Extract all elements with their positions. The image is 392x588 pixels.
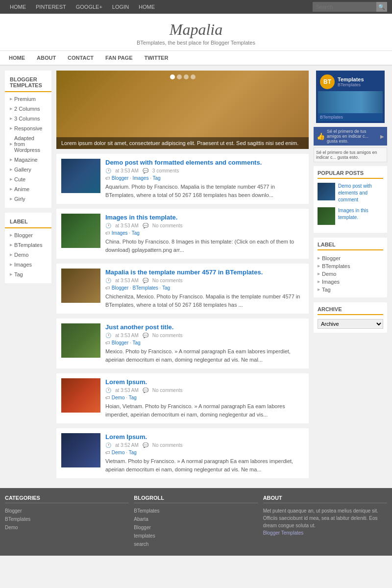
post-thumbnail-4	[61, 323, 100, 358]
right-label-demo[interactable]: Demo	[318, 271, 383, 277]
post-tag-tag-6[interactable]: Tag	[129, 450, 137, 455]
footer-blogroll-btemplates[interactable]: BTemplates	[134, 508, 159, 514]
post-tag-images-2[interactable]: Images	[112, 230, 128, 236]
archive-select[interactable]: Archive	[318, 319, 383, 329]
post-excerpt-2: China. Photo by Francisco. 8 Images in t…	[105, 238, 304, 254]
post-content-2: Images in this template. 🕐 at 3:53 AM 💬 …	[105, 214, 304, 254]
like-thumbs-icon: 👍	[317, 132, 325, 140]
bt-titles: Templates BTemplates	[338, 76, 364, 87]
post-title-1[interactable]: Demo post with formatted elements and co…	[105, 159, 304, 166]
post-thumbnail-2	[61, 214, 100, 248]
footer-blogroll-blogger[interactable]: Blogger	[134, 525, 150, 530]
post-time-5: at 3:53 AM	[115, 388, 139, 393]
search-input[interactable]	[313, 2, 376, 12]
post-tag-demo-5[interactable]: Demo	[112, 395, 125, 400]
post-tag-tag-3[interactable]: Tag	[162, 285, 170, 291]
sidebar-item-responsive[interactable]: Responsive	[5, 124, 51, 132]
post-comments-2: No comments	[152, 223, 183, 228]
post-content-5: Lorem Ipsum. 🕐 at 3:53 AM 💬 No comments …	[105, 378, 304, 418]
topnav-login[interactable]: LOGIN	[107, 0, 134, 14]
footer-about-link[interactable]: Blogger Templates	[263, 530, 304, 536]
footer-cat-btemplates[interactable]: BTemplates	[5, 516, 30, 522]
topnav-google[interactable]: GOOGLE+	[71, 0, 107, 14]
post-tag-blogger-1[interactable]: Blogger	[112, 175, 128, 181]
post-meta-3: 🕐 at 3:53 AM 💬 No comments	[105, 278, 304, 283]
hero-dots	[170, 74, 196, 79]
mainnav-twitter[interactable]: TWITTER	[139, 51, 174, 65]
post-tag-blogger-3[interactable]: Blogger	[112, 285, 128, 291]
mainnav-home[interactable]: HOME	[3, 51, 31, 65]
footer-about-title: ABOUT	[263, 495, 387, 503]
sidebar-item-adapted[interactable]: Adapted from Wordpress	[5, 134, 51, 154]
post-title-4[interactable]: Just another post title.	[105, 323, 304, 331]
table-row: Just another post title. 🕐 at 3:53 AM 💬 …	[56, 318, 309, 368]
post-title-3[interactable]: Mapalia is the template number 4577 in B…	[105, 269, 304, 276]
post-meta-6: 🕐 at 3:52 AM 💬 No comments	[105, 442, 304, 448]
footer-cat-demo[interactable]: Demo	[5, 525, 18, 530]
sidebar-item-gallery[interactable]: Gallery	[5, 166, 51, 173]
topnav-home1[interactable]: HOME	[5, 0, 31, 14]
hero-dot-3[interactable]	[184, 74, 189, 79]
time-icon-3: 🕐	[105, 278, 111, 283]
sidebar-item-cute[interactable]: Cute	[5, 175, 51, 183]
table-row: Lorem Ipsum. 🕐 at 3:52 AM 💬 No comments …	[56, 428, 309, 478]
table-row: Images in this template. 🕐 at 3:53 AM 💬 …	[56, 209, 309, 259]
post-tag-tag-1[interactable]: Tag	[153, 175, 161, 181]
post-thumbnail-6	[61, 433, 100, 467]
post-excerpt-3: Chichenitza, Mexico. Photo by Francisco.…	[105, 293, 304, 309]
post-thumbnail-3	[61, 269, 100, 303]
sidebar-item-girly[interactable]: Girly	[5, 195, 51, 203]
post-title-5[interactable]: Lorem Ipsum.	[105, 378, 304, 386]
sidebar-item-magazine[interactable]: Magazine	[5, 156, 51, 164]
right-label-tag[interactable]: Tag	[318, 287, 383, 293]
right-label-images[interactable]: Images	[318, 279, 383, 285]
footer-categories: CATEGORIES Blogger BTemplates Demo	[5, 495, 129, 549]
right-sidebar: BT Templates BTemplates BTemplates 👍 Sé …	[314, 71, 387, 483]
sidebar-item-anime[interactable]: Anime	[5, 185, 51, 193]
like-arrow-icon: ▶	[380, 134, 384, 139]
post-thumbnail-1	[61, 159, 100, 193]
footer-blogroll-search[interactable]: search	[134, 541, 148, 547]
sidebar-label-blogger[interactable]: Blogger	[5, 231, 51, 239]
hero-dot-4[interactable]	[191, 74, 196, 79]
footer-cat-blogger[interactable]: Blogger	[5, 508, 22, 514]
right-label-blogger[interactable]: Blogger	[318, 255, 383, 261]
post-tag-blogger-4[interactable]: Blogger	[112, 340, 128, 345]
post-tag-images-1[interactable]: Images	[133, 175, 149, 181]
post-tags-6: 🏷 Demo · Tag	[105, 450, 304, 455]
fb-comment-box: Sé el primero de tus amigos en indicar c…	[314, 147, 387, 162]
post-tag-tag-5[interactable]: Tag	[129, 395, 137, 400]
mainnav-contact[interactable]: CONTACT	[62, 51, 99, 65]
post-title-2[interactable]: Images in this template.	[105, 214, 304, 221]
sidebar-label-images[interactable]: Images	[5, 261, 51, 269]
footer-blogroll-templates[interactable]: templates	[134, 533, 155, 539]
site-tagline: BTemplates, the best place for Blogger T…	[0, 40, 392, 46]
topnav-home2[interactable]: HOME	[134, 0, 160, 14]
post-meta-5: 🕐 at 3:53 AM 💬 No comments	[105, 388, 304, 393]
sidebar-item-3columns[interactable]: 3 Columns	[5, 115, 51, 122]
search-button[interactable]: 🔍	[376, 2, 387, 12]
post-tag-demo-6[interactable]: Demo	[112, 450, 125, 455]
topnav-pinterest[interactable]: PINTEREST	[31, 0, 71, 14]
sidebar-item-premium[interactable]: Premium	[5, 95, 51, 103]
facebook-like-box: 👍 Sé el primero de tus amigos en indicar…	[314, 127, 387, 146]
mainnav-about[interactable]: ABOUT	[31, 51, 62, 65]
right-label-btemplates[interactable]: BTemplates	[318, 263, 383, 269]
site-logo: Mapalia	[0, 21, 392, 39]
footer-blogroll-abarta[interactable]: Abarta	[134, 516, 148, 522]
popular-link-2[interactable]: Images in this template.	[338, 208, 368, 220]
sidebar-label-tag[interactable]: Tag	[5, 270, 51, 278]
tag-icon-4: 🏷	[105, 340, 110, 345]
post-tags-4: 🏷 Blogger · Tag	[105, 340, 304, 345]
popular-link-1[interactable]: Demo post with elements and comment	[338, 183, 372, 202]
hero-dot-2[interactable]	[177, 74, 182, 79]
hero-dot-1[interactable]	[170, 74, 175, 79]
post-title-6[interactable]: Lorem Ipsum.	[105, 433, 304, 441]
sidebar-label-btemplates[interactable]: BTemplates	[5, 241, 51, 249]
post-tag-tag-4[interactable]: Tag	[132, 340, 140, 345]
mainnav-fanpage[interactable]: FAN PAGE	[99, 51, 138, 65]
sidebar-label-demo[interactable]: Demo	[5, 251, 51, 259]
post-tag-btemplates-3[interactable]: BTemplates	[133, 285, 158, 291]
post-tag-tag-2[interactable]: Tag	[132, 230, 140, 236]
sidebar-item-2columns[interactable]: 2 Columns	[5, 105, 51, 113]
